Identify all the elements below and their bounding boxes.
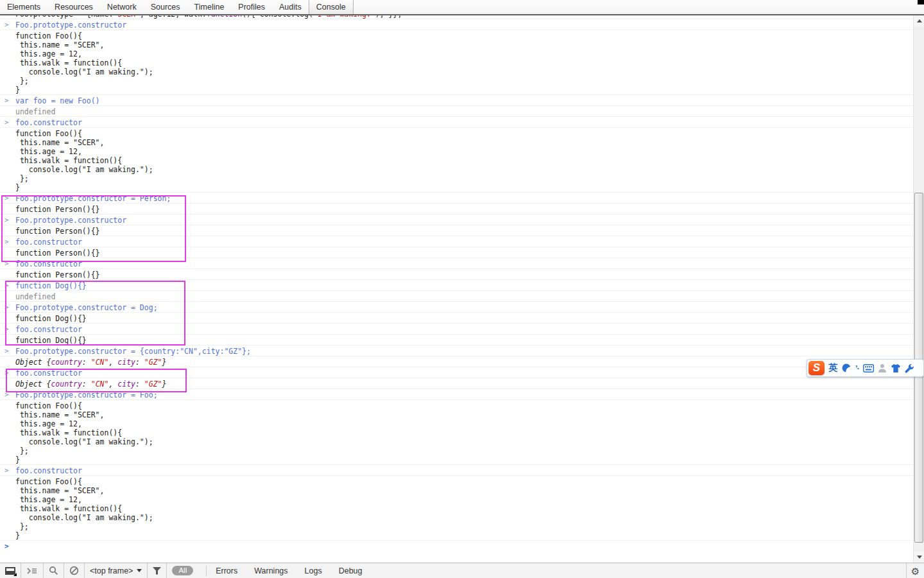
filter-level-logs[interactable]: Logs xyxy=(305,566,322,575)
command-text: var foo = new Foo() xyxy=(15,96,100,105)
tab-resources[interactable]: Resources xyxy=(47,0,100,14)
ime-language-toggle[interactable]: 英 xyxy=(828,362,837,374)
user-account-icon[interactable] xyxy=(878,363,887,373)
prompt-chevron-icon: > xyxy=(4,216,9,225)
code-segment-code: } xyxy=(162,358,167,367)
console-result-undefined: undefined xyxy=(0,291,913,302)
console-result-function: function Foo(){ this.name = "SCER", this… xyxy=(0,476,913,541)
console-result: function Dog(){} xyxy=(0,313,913,324)
search-icon xyxy=(49,566,58,575)
dock-side-button[interactable] xyxy=(0,563,21,578)
console-command: >foo.constructor xyxy=(0,117,913,128)
filter-level-warnings[interactable]: Warnings xyxy=(254,566,287,575)
tab-elements[interactable]: Elements xyxy=(0,0,47,14)
tab-sources[interactable]: Sources xyxy=(144,0,187,14)
filter-level-debug[interactable]: Debug xyxy=(339,566,363,575)
filter-level-errors[interactable]: Errors xyxy=(216,566,237,575)
chevron-down-icon xyxy=(137,569,142,572)
tab-network[interactable]: Network xyxy=(100,0,144,14)
console-drawer-icon xyxy=(26,566,38,575)
command-text: Foo.prototype.constructor = Person; xyxy=(15,194,171,203)
code-segment-key: country xyxy=(51,380,81,389)
filter-all-pill[interactable]: All xyxy=(172,566,193,575)
console-result-object-preview: Object {country: "CN", city: "GZ"} xyxy=(0,378,913,389)
code-segment-code: Object { xyxy=(15,358,51,367)
prompt-chevron-icon: > xyxy=(4,542,9,551)
skin-tshirt-icon[interactable] xyxy=(891,363,901,373)
console-log-area[interactable]: Foo.prototype = {name:"SCER", age:12, wa… xyxy=(0,15,913,563)
devtools-status-bar: <top frame> All ErrorsWarningsLogsDebug … xyxy=(0,563,924,578)
vertical-scrollbar[interactable] xyxy=(913,15,924,563)
scroll-down-button[interactable] xyxy=(914,552,924,563)
console-prompt[interactable]: > xyxy=(0,541,913,551)
console-command: >Foo.prototype.constructor = Foo; xyxy=(0,389,913,400)
code-segment-code: : xyxy=(135,380,144,389)
command-text: foo.constructor xyxy=(15,325,82,334)
tab-profiles[interactable]: Profiles xyxy=(231,0,272,14)
statusbar-separator xyxy=(206,566,207,576)
command-text: Foo.prototype.constructor = Foo; xyxy=(15,390,158,399)
filter-button[interactable] xyxy=(148,563,167,578)
console-result-function: function Foo(){ this.name = "SCER", this… xyxy=(0,128,913,193)
code-segment-code: Object { xyxy=(15,380,51,389)
search-button[interactable] xyxy=(44,563,64,578)
tab-audits[interactable]: Audits xyxy=(272,0,309,14)
code-segment-key: function xyxy=(207,15,242,19)
moon-icon[interactable] xyxy=(841,363,851,373)
console-result: function Dog(){} xyxy=(0,335,913,346)
function-source-text: function Foo(){ this.name = "SCER", this… xyxy=(15,31,909,94)
punctuation-toggle[interactable]: ’· xyxy=(855,363,859,373)
code-segment-key: city xyxy=(117,358,135,367)
command-text: Foo.prototype.constructor = Dog; xyxy=(15,303,158,312)
function-source-text: function Foo(){ this.name = "SCER", this… xyxy=(15,477,909,540)
tab-timeline[interactable]: Timeline xyxy=(187,0,232,14)
ime-logo-icon[interactable]: S xyxy=(809,361,825,375)
function-source-text: function Foo(){ this.name = "SCER", this… xyxy=(15,129,909,192)
prompt-chevron-icon: > xyxy=(4,347,9,356)
prompt-chevron-icon: > xyxy=(4,21,9,30)
tab-console[interactable]: Console xyxy=(309,0,354,14)
prompt-chevron-icon: > xyxy=(4,303,9,312)
code-segment-key: country xyxy=(51,358,81,367)
wrench-settings-icon[interactable] xyxy=(905,363,914,373)
console-command: >foo.constructor xyxy=(0,465,913,476)
console-command: >Foo.prototype.constructor = {country:"C… xyxy=(0,346,913,356)
console-result: function Person(){} xyxy=(0,225,913,236)
prompt-chevron-icon: > xyxy=(4,369,9,378)
gear-icon: ⚙ xyxy=(911,566,920,576)
ime-toolbar[interactable]: S 英 ’· xyxy=(807,359,924,377)
console-command: >Foo.prototype.constructor = Person; xyxy=(0,193,913,204)
command-text: function Dog(){} xyxy=(15,281,87,290)
code-segment-str: "CN" xyxy=(91,358,109,367)
code-segment-code: , xyxy=(108,380,117,389)
clear-console-button[interactable] xyxy=(64,563,85,578)
scroll-up-icon xyxy=(917,19,922,22)
prompt-chevron-icon: > xyxy=(4,281,9,290)
show-console-drawer-button[interactable] xyxy=(21,563,44,578)
console-command: >Foo.prototype.constructor = Dog; xyxy=(0,302,913,313)
command-text: foo.constructor xyxy=(15,118,82,127)
command-text: Foo.prototype.constructor xyxy=(15,216,126,225)
code-segment-str: "SCER" xyxy=(113,15,140,19)
command-text: foo.constructor xyxy=(15,369,82,378)
console-result: function Person(){} xyxy=(0,247,913,258)
scroll-down-icon xyxy=(917,556,922,559)
console-command: >var foo = new Foo() xyxy=(0,95,913,106)
code-segment-code: , age:12, walk: xyxy=(140,15,207,19)
command-text: Foo.prototype.constructor = {country:"CN… xyxy=(15,347,251,356)
code-segment-code: : xyxy=(82,380,91,389)
command-text: foo.constructor xyxy=(15,466,82,475)
filter-level-list: ErrorsWarningsLogsDebug xyxy=(216,566,362,575)
code-segment-key: city xyxy=(117,380,135,389)
code-segment-code: } xyxy=(162,380,167,389)
scroll-up-button[interactable] xyxy=(914,15,924,26)
frame-context-select[interactable]: <top frame> xyxy=(85,563,148,578)
prompt-chevron-icon: > xyxy=(4,325,9,334)
prompt-chevron-icon: > xyxy=(4,259,9,268)
soft-keyboard-icon[interactable] xyxy=(863,364,874,372)
prompt-chevron-icon: > xyxy=(4,194,9,203)
settings-button[interactable]: ⚙ xyxy=(906,563,924,578)
filter-all-cell: All xyxy=(167,563,198,578)
funnel-filter-icon xyxy=(153,567,161,575)
devtools-window: ElementsResourcesNetworkSourcesTimelineP… xyxy=(0,0,924,578)
